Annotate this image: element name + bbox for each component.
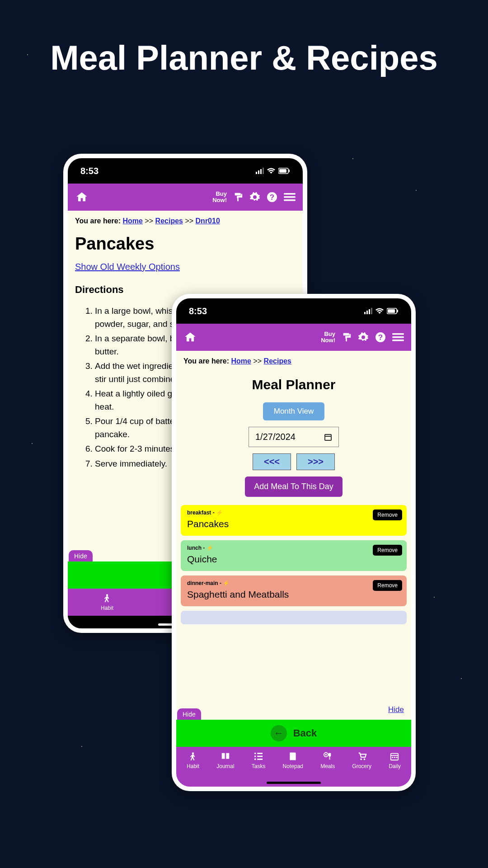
app-topbar: Buy Now! ? (176, 324, 411, 351)
svg-rect-34 (392, 340, 404, 341)
svg-rect-12 (284, 196, 296, 198)
svg-rect-5 (279, 169, 286, 173)
svg-rect-33 (392, 336, 404, 338)
nav-item-grocery[interactable]: Grocery (352, 751, 371, 778)
meal-type-label: breakfast - ⚡ (187, 509, 400, 516)
svg-point-40 (254, 755, 256, 757)
help-icon[interactable]: ? (375, 332, 386, 343)
svg-point-42 (254, 759, 256, 760)
svg-text:?: ? (270, 193, 274, 202)
svg-rect-23 (369, 309, 370, 314)
meals-icon (322, 751, 333, 761)
gear-icon[interactable] (358, 332, 369, 343)
svg-rect-52 (394, 757, 396, 758)
remove-meal-button[interactable]: Remove (373, 509, 402, 520)
meal-list: breakfast - ⚡PancakesRemovelunch - ⚡Quic… (176, 497, 411, 606)
paint-roller-icon[interactable] (342, 332, 352, 342)
svg-rect-43 (257, 759, 263, 760)
add-meal-button[interactable]: Add Meal To This Day (245, 476, 342, 497)
svg-point-48 (363, 759, 365, 760)
month-view-button[interactable]: Month View (263, 402, 325, 420)
svg-point-38 (254, 753, 256, 755)
nav-item-journal[interactable]: Journal (216, 751, 234, 778)
remove-meal-button[interactable]: Remove (373, 545, 402, 556)
nav-label: Notepad (283, 763, 303, 769)
meal-card-partial (181, 611, 407, 624)
battery-icon (387, 308, 399, 314)
bottom-nav: HabitJournalTasksNotepadMealsGroceryDail… (176, 747, 411, 787)
svg-rect-28 (343, 333, 349, 336)
hide-link[interactable]: Hide (388, 705, 404, 714)
breadcrumb: You are here: Home >> Recipes >> Dnr010 (68, 211, 303, 231)
signal-icon (364, 308, 372, 314)
breadcrumb-label: You are here: (183, 357, 229, 365)
meal-type-label: dinner-main - ⚡ (187, 580, 400, 586)
buy-now-button[interactable]: Buy Now! (321, 331, 335, 344)
breadcrumb-home-link[interactable]: Home (123, 217, 143, 225)
breadcrumb-home-link[interactable]: Home (231, 357, 251, 365)
svg-rect-11 (284, 193, 296, 195)
svg-rect-51 (392, 757, 394, 758)
svg-rect-39 (257, 753, 263, 754)
svg-rect-41 (257, 756, 263, 757)
meal-name: Pancakes (187, 519, 400, 529)
status-time: 8:53 (189, 306, 207, 316)
svg-rect-6 (289, 170, 290, 172)
menu-icon[interactable] (392, 332, 404, 342)
nav-item-daily[interactable]: Daily (389, 751, 401, 778)
menu-icon[interactable] (284, 192, 296, 202)
paint-roller-icon[interactable] (233, 192, 243, 202)
svg-point-37 (192, 752, 194, 755)
nav-item-notepad[interactable]: Notepad (283, 751, 303, 778)
nav-item-meals[interactable]: Meals (320, 751, 335, 778)
home-icon[interactable] (183, 331, 197, 344)
svg-rect-3 (263, 168, 264, 174)
nav-label: Tasks (252, 763, 266, 769)
svg-rect-21 (364, 312, 366, 314)
recipe-title: Pancakes (75, 234, 296, 254)
svg-rect-7 (235, 193, 241, 196)
tasks-icon (253, 751, 264, 761)
next-day-button[interactable]: >>> (296, 453, 335, 470)
nav-label: Habit (187, 763, 199, 769)
remove-meal-button[interactable]: Remove (373, 580, 402, 591)
gear-icon[interactable] (249, 192, 260, 203)
nav-label: Habit (101, 605, 113, 611)
hide-tab[interactable]: Hide (177, 708, 201, 720)
back-banner[interactable]: ← Back (176, 720, 411, 747)
notepad-icon (287, 751, 299, 761)
breadcrumb-id-link[interactable]: Dnr010 (196, 217, 220, 225)
svg-rect-27 (397, 310, 398, 312)
svg-rect-2 (260, 169, 262, 174)
meal-card[interactable]: lunch - ⚡QuicheRemove (181, 540, 407, 571)
back-arrow-icon: ← (271, 725, 287, 741)
nav-item-habit[interactable]: Habit (187, 751, 199, 778)
buy-now-button[interactable]: Buy Now! (212, 191, 227, 204)
grocery-icon (356, 751, 368, 761)
meal-card[interactable]: dinner-main - ⚡Spaghetti and MeatballsRe… (181, 576, 407, 606)
hide-tab[interactable]: Hide (69, 550, 93, 561)
help-icon[interactable]: ? (267, 192, 277, 203)
prev-day-button[interactable]: <<< (253, 453, 291, 470)
svg-rect-1 (258, 170, 259, 174)
status-icons (256, 168, 290, 174)
date-input[interactable]: 1/27/2024 (249, 427, 339, 447)
calendar-icon[interactable] (324, 433, 332, 441)
home-icon[interactable] (75, 191, 89, 203)
nav-label: Daily (389, 763, 401, 769)
show-old-options-link[interactable]: Show Old Weekly Options (75, 262, 180, 272)
breadcrumb-recipes-link[interactable]: Recipes (155, 217, 183, 225)
meal-card[interactable]: breakfast - ⚡PancakesRemove (181, 505, 407, 536)
status-icons (364, 308, 399, 314)
planner-title: Meal Planner (176, 377, 411, 392)
svg-rect-35 (325, 434, 331, 440)
breadcrumb-recipes-link[interactable]: Recipes (264, 357, 291, 365)
breadcrumb: You are here: Home >> Recipes (176, 351, 411, 372)
svg-rect-53 (396, 757, 398, 758)
habit-icon (187, 751, 199, 761)
svg-rect-22 (366, 311, 368, 314)
nav-item-tasks[interactable]: Tasks (252, 751, 266, 778)
svg-point-47 (360, 759, 362, 760)
journal-icon (220, 751, 231, 761)
svg-point-46 (325, 754, 327, 756)
